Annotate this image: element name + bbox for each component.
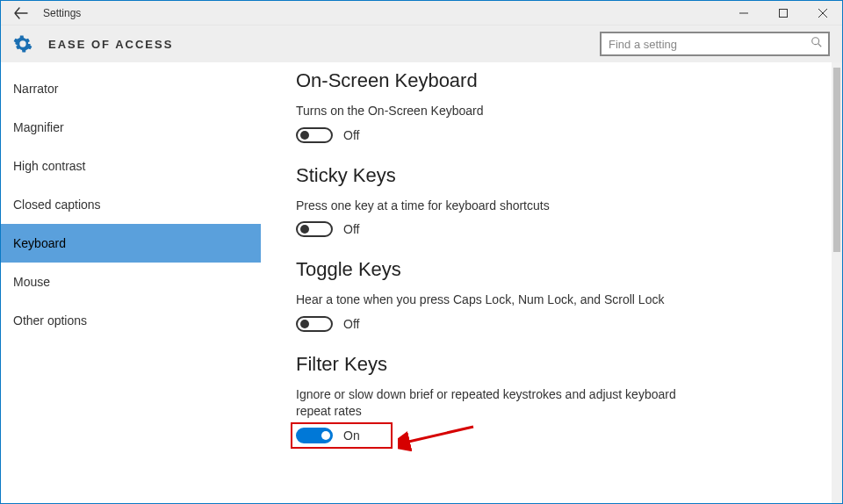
section-heading: Sticky Keys [296,164,832,187]
sidebar-item-narrator[interactable]: Narrator [1,69,261,108]
sidebar: Narrator Magnifier High contrast Closed … [1,62,261,503]
gear-icon [13,34,32,54]
toggle-state-label: On [343,428,360,443]
minimize-button[interactable] [724,1,763,25]
section-description: Ignore or slow down brief or repeated ke… [296,386,682,421]
section-on-screen-keyboard: On-Screen Keyboard Turns on the On-Scree… [296,69,832,143]
header: EASE OF ACCESS [1,25,842,62]
svg-line-5 [818,44,822,47]
titlebar: Settings [1,1,842,25]
sidebar-item-label: Closed captions [13,198,101,212]
maximize-button[interactable] [763,1,803,25]
search-icon [811,36,823,52]
section-description: Turns on the On-Screen Keyboard [296,103,682,120]
window-title: Settings [43,7,81,19]
filter-keys-toggle[interactable] [296,428,333,443]
section-description: Hear a tone when you press Caps Lock, Nu… [296,292,682,309]
scrollbar[interactable] [832,62,842,503]
section-description: Press one key at a time for keyboard sho… [296,198,682,215]
sidebar-item-mouse[interactable]: Mouse [1,263,261,301]
settings-window: Settings EASE OF ACCESS [0,0,843,504]
sticky-keys-toggle[interactable] [296,221,333,237]
sidebar-item-label: Mouse [13,275,50,289]
svg-rect-1 [779,9,787,17]
sidebar-item-label: High contrast [13,159,85,173]
section-heading: Toggle Keys [296,258,832,281]
toggle-state-label: Off [343,317,359,331]
scrollbar-thumb[interactable] [833,68,840,252]
sidebar-item-high-contrast[interactable]: High contrast [1,147,261,185]
search-box[interactable] [600,32,830,56]
back-button[interactable] [13,5,29,21]
toggle-state-label: Off [343,128,359,142]
svg-point-4 [812,38,819,45]
sidebar-item-label: Magnifier [13,120,64,134]
section-filter-keys: Filter Keys Ignore or slow down brief or… [296,353,832,443]
sidebar-item-label: Narrator [13,82,58,96]
toggle-keys-toggle[interactable] [296,316,333,332]
page-title: EASE OF ACCESS [48,38,173,51]
toggle-state-label: Off [343,222,359,236]
osk-toggle[interactable] [296,127,333,143]
section-toggle-keys: Toggle Keys Hear a tone when you press C… [296,258,832,332]
sidebar-item-magnifier[interactable]: Magnifier [1,108,261,147]
close-button[interactable] [803,1,842,25]
sidebar-item-label: Other options [13,313,87,328]
sidebar-item-keyboard[interactable]: Keyboard [1,224,261,263]
section-heading: Filter Keys [296,353,832,376]
section-heading: On-Screen Keyboard [296,69,832,92]
section-sticky-keys: Sticky Keys Press one key at a time for … [296,164,832,238]
search-input[interactable] [602,33,828,54]
sidebar-item-other-options[interactable]: Other options [1,301,261,340]
sidebar-item-closed-captions[interactable]: Closed captions [1,185,261,224]
content-area: On-Screen Keyboard Turns on the On-Scree… [261,62,832,503]
sidebar-item-label: Keyboard [13,236,66,250]
